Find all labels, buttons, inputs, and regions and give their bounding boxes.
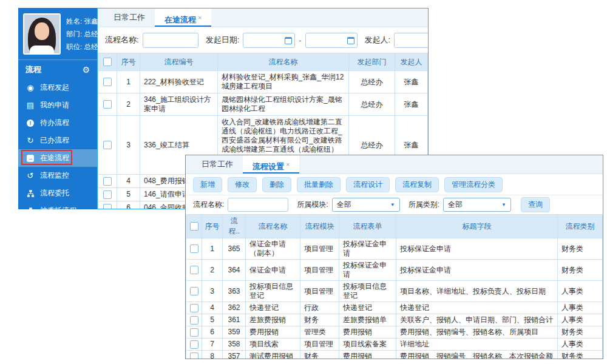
row-checkbox[interactable] (190, 316, 198, 325)
tab-process-settings[interactable]: 流程设置× (243, 155, 299, 174)
sidebar-item-process-delegate[interactable]: 流程委托 (18, 184, 97, 202)
row-checkbox[interactable] (103, 78, 112, 86)
close-icon[interactable]: × (286, 161, 290, 168)
table-cell: 费用报销、报销编号、报销名称、所属项目 (396, 326, 558, 339)
in-transit-icon: → (26, 155, 35, 162)
batch-delete-button[interactable]: 批量删除 (297, 177, 341, 192)
row-checkbox-cell (98, 116, 117, 175)
table-cell: 管理类 (300, 326, 339, 339)
table-cell: 财务类 (558, 326, 603, 339)
column-header: 标题字段 (396, 215, 558, 238)
initiator-input[interactable] (394, 33, 429, 48)
row-checkbox-cell (186, 302, 202, 314)
sidebar-item-label: 待办流程 (40, 118, 69, 128)
sidebar-item-in-transit-processes[interactable]: →在途流程 (18, 149, 97, 167)
table-cell: 财务类 (558, 351, 603, 360)
calendar-icon[interactable] (347, 37, 354, 44)
row-checkbox-cell (186, 339, 202, 351)
search-button[interactable]: 查询 (521, 197, 550, 212)
row-checkbox[interactable] (190, 266, 198, 274)
table-cell: 项目管理 (300, 238, 339, 260)
process-copy-button[interactable]: 流程复制 (395, 177, 439, 192)
table-cell: 5 (202, 314, 223, 326)
table-cell: 项目管理 (300, 281, 339, 302)
sidebar-menu: ◉流程发起▤我的申请!待办流程↻已办流程→在途流程↺流程监控流程委托被委托流程 (18, 79, 97, 220)
close-icon[interactable]: × (198, 14, 202, 21)
table-cell: 投标保证金申请 (396, 238, 558, 260)
column-header: 流程.. (223, 215, 246, 238)
row-checkbox[interactable] (190, 244, 198, 253)
sidebar-item-my-applications[interactable]: ▤我的申请 (18, 96, 97, 114)
calendar-icon[interactable] (285, 37, 292, 44)
column-header: 序号 (117, 53, 140, 71)
table-cell: 3 (202, 281, 223, 302)
table-cell: 363 (223, 281, 246, 302)
row-checkbox[interactable] (190, 328, 198, 337)
process-name-input[interactable] (143, 33, 198, 48)
tab-daily-work[interactable]: 日常工作 (104, 8, 155, 27)
add-button[interactable]: 新增 (193, 177, 222, 192)
table-cell: 差旅费报销单 (339, 314, 396, 326)
edit-button[interactable]: 修改 (228, 177, 257, 192)
tab-daily-work-2[interactable]: 日常工作 (192, 155, 243, 174)
row-checkbox[interactable] (190, 287, 198, 295)
table-cell: 364 (223, 260, 246, 281)
table-cell: 项目名称、详细地址、投标负责人、投标日期 (396, 281, 558, 302)
gear-icon[interactable]: ⚙ (82, 65, 90, 75)
table-row: 4362快递登记行政快递登记快递登记人事类 (186, 302, 603, 314)
table-cell: 6 (117, 201, 140, 210)
header-checkbox-cell (98, 53, 117, 71)
sidebar-item-label: 流程发起 (40, 83, 69, 93)
module-select-value: 全部 (337, 200, 351, 210)
row-checkbox[interactable] (190, 352, 198, 359)
table-cell: 费用报销 (339, 326, 396, 339)
row-checkbox[interactable] (103, 100, 112, 109)
process-name-label-2: 流程名称: (193, 200, 224, 210)
table-cell: 1 (117, 71, 140, 93)
table-cell: 张鑫 (395, 93, 428, 116)
row-checkbox-cell (186, 326, 202, 339)
sidebar-item-done-processes[interactable]: ↻已办流程 (18, 132, 97, 149)
module-select[interactable]: 全部 ▼ (332, 198, 400, 212)
row-checkbox[interactable] (103, 177, 112, 186)
row-checkbox[interactable] (190, 304, 198, 312)
table-row: 3363投标项目信息登记项目管理投标项目信息登记项目名称、详细地址、投标负责人、… (186, 281, 603, 302)
table-cell: 关联客户、报销人、申请日期、部门、报销合计 (396, 314, 558, 326)
process-design-button[interactable]: 流程设计 (346, 177, 390, 192)
bottom-filter-bar: 流程名称: 所属模块: 全部 ▼ 所属类别: 全部 ▼ 查询 (186, 195, 603, 214)
select-all-checkbox[interactable] (103, 58, 112, 66)
process-name-input-2[interactable] (228, 198, 288, 212)
table-row: 6359费用报销管理类费用报销费用报销、报销编号、报销名称、所属项目财务类 (186, 326, 603, 339)
table-cell: 财务 (300, 351, 339, 360)
select-all-checkbox[interactable] (190, 222, 198, 231)
row-checkbox[interactable] (103, 141, 112, 149)
sidebar-item-delegated-processes[interactable]: 被委托流程 (18, 202, 97, 220)
manage-process-category-button[interactable]: 管理流程分类 (444, 177, 503, 192)
sidebar-item-todo-processes[interactable]: !待办流程 (18, 114, 97, 132)
row-checkbox-cell (98, 201, 117, 210)
row-checkbox-cell (186, 260, 202, 281)
table-row: 5361差旅费报销财务差旅费报销单关联客户、报销人、申请日期、部门、报销合计人事… (186, 314, 603, 326)
tab-in-transit[interactable]: 在途流程× (155, 8, 211, 27)
row-checkbox[interactable] (190, 340, 198, 349)
table-cell: 人事类 (558, 314, 603, 326)
table-cell: 358 (223, 339, 246, 351)
sidebar-item-process-monitor[interactable]: ↺流程监控 (18, 167, 97, 184)
row-checkbox-cell (98, 175, 117, 188)
row-checkbox[interactable] (103, 204, 112, 209)
sidebar-item-label: 被委托流程 (40, 206, 76, 216)
table-cell: 项目线索备案 (339, 339, 396, 351)
date-range-separator: - (299, 36, 301, 45)
category-select[interactable]: 全部 ▼ (443, 198, 511, 212)
delete-button[interactable]: 删除 (262, 177, 291, 192)
table-cell: 1 (202, 238, 223, 260)
table-cell: 2 (202, 260, 223, 281)
row-checkbox[interactable] (103, 190, 112, 199)
column-header: 发起部门 (349, 53, 395, 71)
top-tab-bar: 日常工作 在途流程× (98, 8, 428, 27)
table-row: 2364保证金申请项目管理投标保证金申请投标保证金申请财务类 (186, 260, 603, 281)
sidebar: 姓名: 张鑫 部门: 总经办 职位: 总经理 流程 ⚙ ◉流程发起▤我的申请!待… (18, 8, 97, 209)
sidebar-item-process-initiate[interactable]: ◉流程发起 (18, 79, 97, 96)
table-cell: 财务类 (558, 238, 603, 260)
table-row: 2346_施工组织设计方案申请晟铭园林绿化工程组织设计方案_晟铭园林绿化工程总经… (98, 93, 428, 116)
